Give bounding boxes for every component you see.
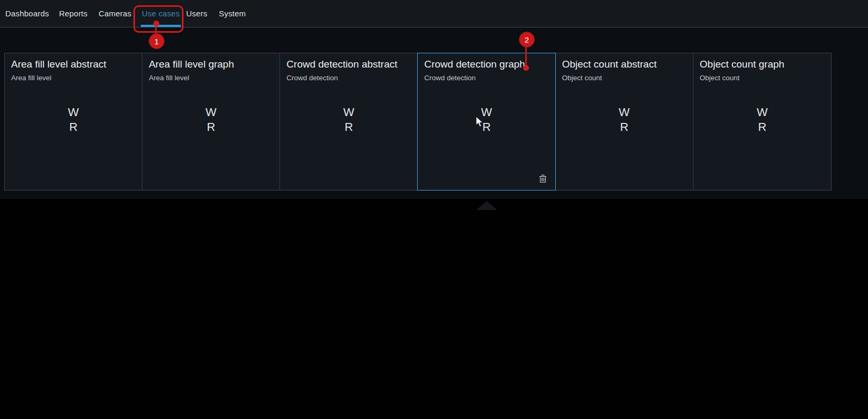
card-watermark: WR bbox=[556, 105, 693, 134]
card-watermark: WR bbox=[280, 105, 417, 134]
step2-badge: 2 bbox=[519, 32, 535, 47]
use-case-card-area-fill-level-graph[interactable]: Area fill level graphArea fill levelWR bbox=[142, 53, 280, 190]
card-subtitle: Object count bbox=[562, 74, 687, 82]
top-navigation: DashboardsReportsCamerasUse casesUsersSy… bbox=[0, 0, 868, 27]
card-watermark-letter: W bbox=[343, 105, 354, 119]
card-title: Object count abstract bbox=[562, 58, 687, 71]
card-watermark-letter: W bbox=[619, 105, 630, 119]
trash-icon[interactable] bbox=[538, 173, 548, 186]
card-watermark-letter: W bbox=[206, 105, 217, 119]
active-tab-underline bbox=[141, 25, 181, 27]
step1-anchor-dot bbox=[153, 21, 159, 26]
card-watermark-letter: R bbox=[483, 120, 491, 134]
card-subtitle: Object count bbox=[700, 74, 825, 82]
card-watermark-letter: R bbox=[69, 120, 78, 134]
nav-tab-users[interactable]: Users bbox=[186, 0, 207, 27]
card-watermark-letter: W bbox=[757, 105, 768, 119]
card-watermark-letter: W bbox=[68, 105, 79, 119]
card-watermark-letter: R bbox=[207, 120, 215, 134]
card-watermark-letter: W bbox=[481, 105, 492, 119]
step2-anchor-dot bbox=[523, 65, 529, 71]
nav-tab-cameras[interactable]: Cameras bbox=[99, 0, 131, 27]
nav-tab-reports[interactable]: Reports bbox=[59, 0, 88, 27]
use-case-card-crowd-detection-abstract[interactable]: Crowd detection abstractCrowd detectionW… bbox=[280, 53, 418, 190]
card-watermark-letter: R bbox=[620, 120, 629, 134]
nav-tab-dashboards[interactable]: Dashboards bbox=[5, 0, 49, 27]
use-case-detail-panel: 100%80%60%40%20%0% Crowd detection * Use… bbox=[0, 199, 868, 419]
card-title: Object count graph bbox=[700, 58, 825, 71]
card-watermark: WR bbox=[142, 105, 279, 134]
card-title: Area fill level abstract bbox=[11, 58, 136, 71]
card-watermark: WR bbox=[693, 105, 831, 134]
card-subtitle: Crowd detection bbox=[424, 74, 548, 82]
card-title: Crowd detection abstract bbox=[286, 58, 411, 71]
use-case-card-object-count-graph[interactable]: Object count graphObject countWR bbox=[693, 53, 831, 190]
card-watermark-letter: R bbox=[344, 120, 353, 134]
use-case-card-crowd-detection-graph[interactable]: Crowd detection graphCrowd detectionWR bbox=[418, 53, 555, 190]
card-subtitle: Crowd detection bbox=[286, 74, 411, 82]
use-case-card-area-fill-level-abstract[interactable]: Area fill level abstractArea fill levelW… bbox=[5, 53, 142, 190]
card-subtitle: Area fill level bbox=[149, 74, 273, 82]
card-watermark: WR bbox=[5, 105, 142, 134]
card-title: Area fill level graph bbox=[149, 58, 273, 71]
nav-tab-label: Reports bbox=[59, 9, 88, 18]
card-watermark: WR bbox=[418, 105, 555, 134]
card-subtitle: Area fill level bbox=[11, 74, 136, 82]
nav-tab-label: System bbox=[219, 9, 246, 18]
card-title: Crowd detection graph bbox=[424, 58, 548, 71]
step1-badge: 1 bbox=[149, 33, 165, 49]
nav-tab-label: Use cases bbox=[142, 9, 180, 18]
nav-tab-label: Dashboards bbox=[5, 9, 49, 18]
card-watermark-letter: R bbox=[758, 120, 766, 134]
detail-panel-pointer bbox=[476, 201, 497, 210]
nav-tab-label: Users bbox=[186, 9, 207, 18]
nav-tab-system[interactable]: System bbox=[219, 0, 246, 27]
nav-tab-use-cases[interactable]: Use cases bbox=[142, 0, 180, 27]
use-case-card-object-count-abstract[interactable]: Object count abstractObject countWR bbox=[556, 53, 693, 190]
step2-connector-line bbox=[525, 46, 527, 67]
use-case-card-row: Area fill level abstractArea fill levelW… bbox=[4, 53, 832, 191]
nav-tab-label: Cameras bbox=[99, 9, 131, 18]
